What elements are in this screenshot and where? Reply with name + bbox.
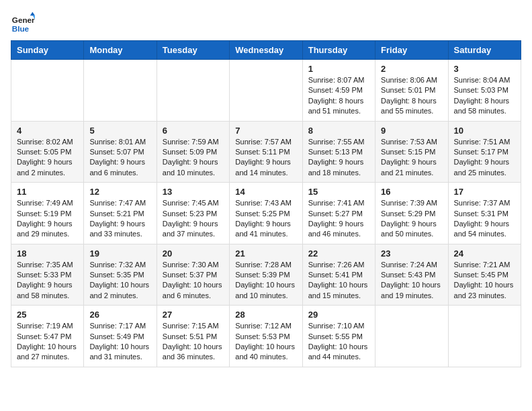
day-info: Sunrise: 7:26 AM Sunset: 5:41 PM Dayligh… — [308, 260, 369, 302]
day-cell: 9Sunrise: 7:53 AM Sunset: 5:15 PM Daylig… — [375, 121, 448, 183]
day-info: Sunrise: 8:02 AM Sunset: 5:05 PM Dayligh… — [17, 137, 78, 179]
day-number: 3 — [454, 64, 515, 74]
day-cell: 27Sunrise: 7:15 AM Sunset: 5:51 PM Dayli… — [157, 306, 229, 367]
day-cell: 23Sunrise: 7:24 AM Sunset: 5:43 PM Dayli… — [375, 244, 448, 306]
day-info: Sunrise: 8:07 AM Sunset: 4:59 PM Dayligh… — [308, 75, 369, 117]
day-number: 5 — [89, 126, 150, 136]
day-cell: 24Sunrise: 7:21 AM Sunset: 5:45 PM Dayli… — [448, 244, 521, 306]
day-number: 24 — [454, 248, 515, 259]
weekday-header-saturday: Saturday — [448, 41, 521, 60]
day-info: Sunrise: 7:37 AM Sunset: 5:31 PM Dayligh… — [454, 198, 515, 240]
day-number: 11 — [17, 187, 78, 197]
day-info: Sunrise: 7:55 AM Sunset: 5:13 PM Dayligh… — [308, 137, 369, 179]
day-number: 6 — [163, 126, 224, 136]
day-number: 7 — [235, 126, 296, 136]
day-cell — [448, 306, 521, 367]
day-number: 12 — [89, 187, 150, 197]
week-row-4: 18Sunrise: 7:35 AM Sunset: 5:33 PM Dayli… — [11, 244, 521, 306]
day-cell: 16Sunrise: 7:39 AM Sunset: 5:29 PM Dayli… — [375, 183, 448, 244]
week-row-5: 25Sunrise: 7:19 AM Sunset: 5:47 PM Dayli… — [11, 306, 521, 367]
day-number: 18 — [17, 248, 78, 259]
day-info: Sunrise: 7:35 AM Sunset: 5:33 PM Dayligh… — [17, 260, 78, 302]
day-info: Sunrise: 7:12 AM Sunset: 5:53 PM Dayligh… — [235, 321, 296, 363]
logo: General Blue — [11, 11, 35, 35]
day-cell: 2Sunrise: 8:06 AM Sunset: 5:01 PM Daylig… — [375, 60, 448, 122]
day-info: Sunrise: 7:45 AM Sunset: 5:23 PM Dayligh… — [163, 198, 224, 240]
week-row-2: 4Sunrise: 8:02 AM Sunset: 5:05 PM Daylig… — [11, 121, 521, 183]
day-number: 25 — [17, 310, 78, 320]
svg-text:Blue: Blue — [12, 24, 30, 33]
day-info: Sunrise: 8:04 AM Sunset: 5:03 PM Dayligh… — [454, 75, 515, 117]
day-cell: 19Sunrise: 7:32 AM Sunset: 5:35 PM Dayli… — [84, 244, 157, 306]
day-info: Sunrise: 7:21 AM Sunset: 5:45 PM Dayligh… — [454, 260, 515, 302]
day-cell — [230, 60, 302, 122]
day-cell — [157, 60, 229, 122]
day-info: Sunrise: 7:39 AM Sunset: 5:29 PM Dayligh… — [381, 198, 442, 240]
day-info: Sunrise: 7:49 AM Sunset: 5:19 PM Dayligh… — [17, 198, 78, 240]
day-number: 4 — [17, 126, 78, 136]
day-cell: 7Sunrise: 7:57 AM Sunset: 5:11 PM Daylig… — [230, 121, 302, 183]
day-cell: 4Sunrise: 8:02 AM Sunset: 5:05 PM Daylig… — [11, 121, 84, 183]
day-cell: 28Sunrise: 7:12 AM Sunset: 5:53 PM Dayli… — [230, 306, 302, 367]
day-cell: 25Sunrise: 7:19 AM Sunset: 5:47 PM Dayli… — [11, 306, 84, 367]
day-cell: 13Sunrise: 7:45 AM Sunset: 5:23 PM Dayli… — [157, 183, 229, 244]
day-info: Sunrise: 8:01 AM Sunset: 5:07 PM Dayligh… — [89, 137, 150, 179]
calendar-table: SundayMondayTuesdayWednesdayThursdayFrid… — [11, 40, 521, 367]
day-number: 19 — [89, 248, 150, 259]
day-info: Sunrise: 7:15 AM Sunset: 5:51 PM Dayligh… — [163, 321, 224, 363]
day-number: 23 — [381, 248, 442, 259]
svg-marker-2 — [30, 12, 35, 15]
day-info: Sunrise: 7:57 AM Sunset: 5:11 PM Dayligh… — [235, 137, 296, 179]
day-info: Sunrise: 7:51 AM Sunset: 5:17 PM Dayligh… — [454, 137, 515, 179]
weekday-header-friday: Friday — [375, 41, 448, 60]
day-cell — [375, 306, 448, 367]
weekday-header-tuesday: Tuesday — [157, 41, 229, 60]
day-cell: 17Sunrise: 7:37 AM Sunset: 5:31 PM Dayli… — [448, 183, 521, 244]
day-number: 28 — [235, 310, 296, 320]
day-number: 22 — [308, 248, 369, 259]
day-info: Sunrise: 7:19 AM Sunset: 5:47 PM Dayligh… — [17, 321, 78, 363]
day-number: 17 — [454, 187, 515, 197]
day-cell: 10Sunrise: 7:51 AM Sunset: 5:17 PM Dayli… — [448, 121, 521, 183]
day-cell: 20Sunrise: 7:30 AM Sunset: 5:37 PM Dayli… — [157, 244, 229, 306]
day-cell: 11Sunrise: 7:49 AM Sunset: 5:19 PM Dayli… — [11, 183, 84, 244]
day-cell: 6Sunrise: 7:59 AM Sunset: 5:09 PM Daylig… — [157, 121, 229, 183]
weekday-header-monday: Monday — [84, 41, 157, 60]
weekday-header-thursday: Thursday — [302, 41, 375, 60]
day-number: 15 — [308, 187, 369, 197]
day-info: Sunrise: 7:43 AM Sunset: 5:25 PM Dayligh… — [235, 198, 296, 240]
day-number: 26 — [89, 310, 150, 320]
weekday-header-sunday: Sunday — [11, 41, 84, 60]
day-cell: 22Sunrise: 7:26 AM Sunset: 5:41 PM Dayli… — [302, 244, 375, 306]
day-cell: 26Sunrise: 7:17 AM Sunset: 5:49 PM Dayli… — [84, 306, 157, 367]
week-row-1: 1Sunrise: 8:07 AM Sunset: 4:59 PM Daylig… — [11, 60, 521, 122]
day-number: 2 — [381, 64, 442, 74]
day-cell: 5Sunrise: 8:01 AM Sunset: 5:07 PM Daylig… — [84, 121, 157, 183]
day-cell: 8Sunrise: 7:55 AM Sunset: 5:13 PM Daylig… — [302, 121, 375, 183]
day-number: 27 — [163, 310, 224, 320]
day-cell: 18Sunrise: 7:35 AM Sunset: 5:33 PM Dayli… — [11, 244, 84, 306]
day-cell: 15Sunrise: 7:41 AM Sunset: 5:27 PM Dayli… — [302, 183, 375, 244]
day-info: Sunrise: 7:30 AM Sunset: 5:37 PM Dayligh… — [163, 260, 224, 302]
day-info: Sunrise: 7:32 AM Sunset: 5:35 PM Dayligh… — [89, 260, 150, 302]
week-row-3: 11Sunrise: 7:49 AM Sunset: 5:19 PM Dayli… — [11, 183, 521, 244]
day-cell: 14Sunrise: 7:43 AM Sunset: 5:25 PM Dayli… — [230, 183, 302, 244]
day-cell: 29Sunrise: 7:10 AM Sunset: 5:55 PM Dayli… — [302, 306, 375, 367]
day-info: Sunrise: 7:59 AM Sunset: 5:09 PM Dayligh… — [163, 137, 224, 179]
day-number: 1 — [308, 64, 369, 74]
day-info: Sunrise: 8:06 AM Sunset: 5:01 PM Dayligh… — [381, 75, 442, 117]
day-number: 14 — [235, 187, 296, 197]
day-number: 9 — [381, 126, 442, 136]
header: General Blue — [11, 11, 521, 35]
day-cell: 3Sunrise: 8:04 AM Sunset: 5:03 PM Daylig… — [448, 60, 521, 122]
day-info: Sunrise: 7:17 AM Sunset: 5:49 PM Dayligh… — [89, 321, 150, 363]
day-number: 29 — [308, 310, 369, 320]
day-cell: 12Sunrise: 7:47 AM Sunset: 5:21 PM Dayli… — [84, 183, 157, 244]
day-number: 20 — [163, 248, 224, 259]
weekday-header-wednesday: Wednesday — [230, 41, 302, 60]
day-info: Sunrise: 7:53 AM Sunset: 5:15 PM Dayligh… — [381, 137, 442, 179]
logo-icon: General Blue — [11, 11, 35, 35]
day-info: Sunrise: 7:41 AM Sunset: 5:27 PM Dayligh… — [308, 198, 369, 240]
svg-text:General: General — [12, 15, 35, 24]
day-number: 16 — [381, 187, 442, 197]
